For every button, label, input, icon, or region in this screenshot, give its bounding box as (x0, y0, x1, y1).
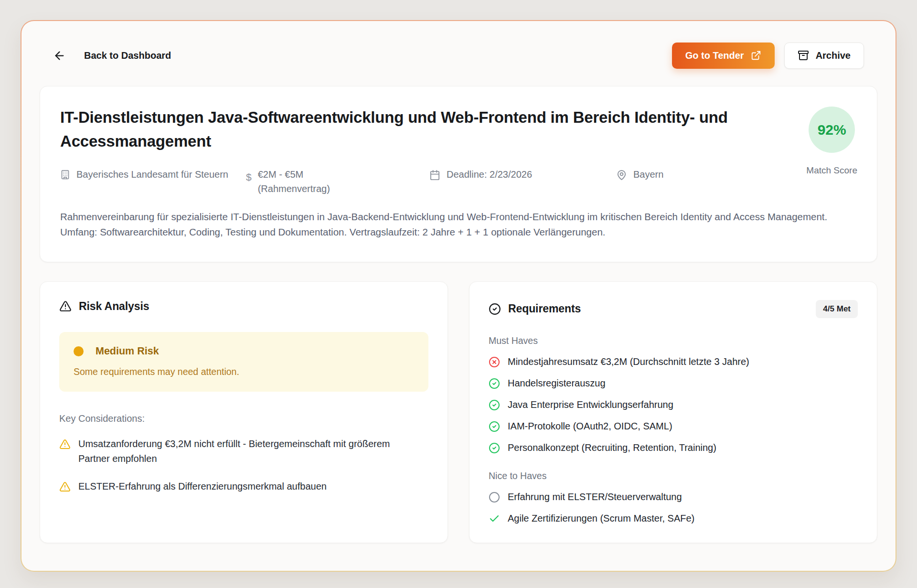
circle-check-icon (489, 399, 500, 411)
meta-deadline: Deadline: 2/23/2026 (429, 167, 616, 182)
warning-triangle-icon (59, 481, 71, 492)
consideration-item: ELSTER-Erfahrung als Differenzierungsmer… (59, 479, 408, 494)
tender-description: Rahmenvereinbarung für spezialisierte IT… (60, 209, 857, 240)
calendar-icon (429, 170, 440, 181)
tender-summary-card: IT-Dienstleistungen Java-Softwareentwick… (40, 86, 877, 262)
match-score-badge: 92% (809, 107, 855, 153)
requirement-item: Handelsregisterauszug (489, 378, 858, 389)
organization-text: Bayerisches Landesamt für Steuern (76, 167, 228, 182)
consideration-item: Umsatzanforderung €3,2M nicht erfüllt - … (59, 437, 408, 467)
nice-to-haves-list: Erfahrung mit ELSTER/Steuerverwaltung (489, 492, 858, 524)
circle-check-icon (489, 442, 500, 454)
requirement-item: IAM-Protokolle (OAuth2, OIDC, SAML) (489, 421, 858, 432)
go-to-tender-button[interactable]: Go to Tender (672, 43, 775, 69)
must-haves-label: Must Haves (489, 335, 858, 346)
circle-check-icon (489, 378, 500, 389)
location-text: Bayern (633, 167, 663, 182)
must-haves-list: Mindestjahresumsatz €3,2M (Durchschnitt … (489, 356, 858, 454)
detail-cards-row: Risk Analysis Medium Risk Some requireme… (40, 281, 877, 543)
risk-level-row: Medium Risk (74, 345, 414, 357)
requirement-text: Mindestjahresumsatz €3,2M (Durchschnitt … (508, 356, 749, 367)
tender-meta-row: Bayerisches Landesamt für Steuern $ €2M … (60, 167, 857, 196)
topbar: Back to Dashboard Go to Tender Archive (40, 42, 877, 69)
warning-triangle-icon (59, 438, 71, 450)
consideration-text: Umsatzanforderung €3,2M nicht erfüllt - … (78, 437, 408, 467)
budget-text: €2M - €5M (Rahmenvertrag) (258, 167, 363, 196)
key-considerations-label: Key Considerations: (59, 413, 428, 424)
requirements-met-badge: 4/5 Met (816, 300, 858, 318)
meta-organization: Bayerisches Landesamt für Steuern (60, 167, 246, 182)
requirement-item: Personalkonzept (Recruiting, Retention, … (489, 442, 858, 454)
consideration-text: ELSTER-Erfahrung als Differenzierungsmer… (78, 479, 327, 494)
requirement-text: Handelsregisterauszug (508, 378, 606, 389)
requirement-text: Agile Zertifizierungen (Scrum Master, SA… (508, 513, 694, 524)
meta-location: Bayern (616, 167, 663, 182)
archive-button[interactable]: Archive (784, 43, 864, 69)
tender-title: IT-Dienstleistungen Java-Softwareentwick… (60, 106, 743, 153)
deadline-text: Deadline: 2/23/2026 (447, 167, 532, 182)
requirement-text: Erfahrung mit ELSTER/Steuerverwaltung (508, 492, 682, 502)
back-to-dashboard-label: Back to Dashboard (84, 51, 171, 60)
arrow-left-icon (53, 49, 66, 62)
tender-detail-shell: Back to Dashboard Go to Tender Archive I… (21, 20, 896, 572)
dollar-icon: $ (246, 170, 252, 185)
requirements-card: Requirements 4/5 Met Must Haves (469, 281, 877, 543)
requirement-text: Java Enterprise Entwicklungserfahrung (508, 399, 673, 410)
requirements-card-header: Requirements 4/5 Met (489, 300, 858, 318)
requirement-text: Personalkonzept (Recruiting, Retention, … (508, 442, 716, 453)
building-icon (60, 170, 70, 180)
risk-level-note: Some requirements may need attention. (74, 366, 414, 377)
check-icon (489, 513, 500, 524)
external-link-icon (751, 50, 761, 61)
match-score-block: 92% Match Score (806, 107, 857, 176)
risk-card-header: Risk Analysis (59, 300, 428, 313)
map-pin-icon (616, 170, 627, 181)
requirement-text: IAM-Protokolle (OAuth2, OIDC, SAML) (508, 421, 672, 432)
risk-card-title: Risk Analysis (79, 300, 149, 313)
meta-budget: $ €2M - €5M (Rahmenvertrag) (246, 167, 429, 196)
risk-analysis-card: Risk Analysis Medium Risk Some requireme… (40, 281, 448, 543)
topbar-actions: Go to Tender Archive (672, 43, 864, 69)
risk-level-banner: Medium Risk Some requirements may need a… (59, 332, 428, 392)
requirement-item: Erfahrung mit ELSTER/Steuerverwaltung (489, 492, 858, 503)
requirements-card-title: Requirements (508, 302, 581, 315)
requirement-item: Agile Zertifizierungen (Scrum Master, SA… (489, 513, 858, 524)
risk-level-dot-icon (74, 346, 84, 356)
nice-to-haves-label: Nice to Haves (489, 470, 858, 481)
circle-check-icon (489, 421, 500, 432)
key-considerations-list: Umsatzanforderung €3,2M nicht erfüllt - … (59, 437, 428, 494)
back-to-dashboard-button[interactable]: Back to Dashboard (53, 49, 171, 62)
go-to-tender-label: Go to Tender (685, 51, 744, 60)
archive-icon (798, 50, 809, 61)
archive-label: Archive (816, 51, 851, 60)
alert-triangle-icon (59, 300, 72, 312)
match-score-label: Match Score (806, 165, 857, 176)
circle-x-icon (489, 356, 500, 368)
requirement-item: Mindestjahresumsatz €3,2M (Durchschnitt … (489, 356, 858, 368)
requirement-item: Java Enterprise Entwicklungserfahrung (489, 399, 858, 411)
risk-level-label: Medium Risk (96, 345, 159, 357)
circle-check-icon (489, 303, 501, 315)
circle-icon (489, 492, 500, 503)
